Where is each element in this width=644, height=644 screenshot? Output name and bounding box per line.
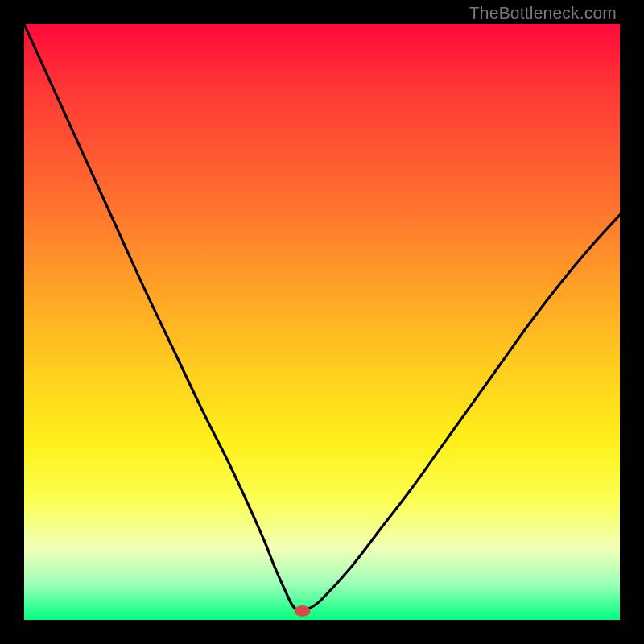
marker-dot bbox=[295, 605, 311, 617]
bottleneck-curve bbox=[24, 24, 620, 612]
chart-frame: TheBottleneck.com bbox=[0, 0, 644, 644]
watermark-text: TheBottleneck.com bbox=[469, 3, 617, 23]
curve-layer bbox=[24, 24, 620, 620]
plot-area bbox=[24, 24, 620, 620]
